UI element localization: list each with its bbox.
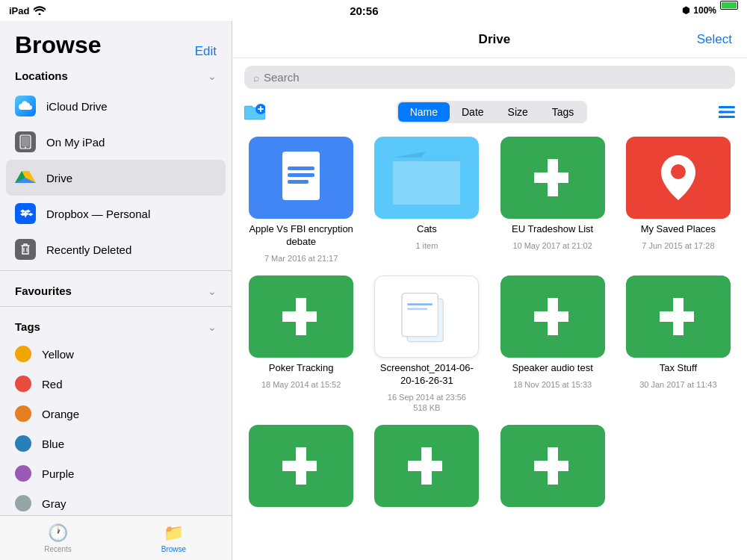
file-item-partial-3[interactable] [496, 425, 610, 511]
tag-blue[interactable]: Blue [0, 429, 232, 458]
blue-dot [15, 435, 31, 452]
drive-label: Drive [46, 172, 72, 184]
svg-point-4 [25, 147, 26, 149]
browse-label: Browse [161, 545, 186, 553]
red-pin-icon [626, 137, 731, 219]
purple-dot [15, 465, 31, 482]
status-left: iPad [9, 5, 46, 16]
green-cross-icon-1 [500, 137, 605, 219]
svg-rect-31 [408, 308, 428, 311]
files-grid: Apple Vs FBI encryption debate 7 Mar 201… [232, 131, 747, 560]
gdrive-icon [15, 167, 36, 188]
search-bar: ⌕ [232, 58, 747, 96]
file-item-eu-tradeshow[interactable]: EU Tradeshow List 10 May 2017 at 21:02 [496, 137, 610, 264]
file-item-poker[interactable]: Poker Tracking 18 May 2014 at 15:52 [244, 276, 358, 413]
sidebar-item-trash[interactable]: Recently Deleted [0, 231, 232, 267]
battery-label: 100% [693, 5, 716, 16]
search-input[interactable] [264, 71, 726, 84]
icloud-icon [15, 96, 36, 116]
toolbar-left [244, 103, 265, 121]
green-cross-icon-7 [500, 425, 605, 507]
sidebar-item-icloud[interactable]: iCloud Drive [0, 88, 232, 124]
tag-yellow[interactable]: Yellow [0, 339, 232, 369]
tags-chevron: ⌄ [208, 321, 217, 333]
new-folder-button[interactable] [244, 103, 265, 121]
file-item-saved-places[interactable]: My Saved Places 7 Jun 2015 at 17:28 [622, 137, 735, 264]
tab-recents[interactable]: 🕐 Recents [0, 517, 116, 559]
divider-1 [0, 270, 232, 271]
tag-red[interactable]: Red [0, 369, 232, 399]
file-name-poker: Poker Tracking [269, 362, 334, 375]
svg-rect-22 [288, 173, 314, 177]
gray-label: Gray [42, 497, 66, 510]
file-name-tax: Tax Stuff [660, 362, 697, 375]
file-item-cats[interactable]: Cats 1 item [370, 137, 483, 264]
icloud-label: iCloud Drive [46, 100, 108, 113]
bluetooth-icon: ⬢ [682, 5, 689, 16]
purple-label: Purple [42, 467, 74, 480]
search-input-wrap[interactable]: ⌕ [244, 66, 735, 89]
sidebar-title: Browse [15, 31, 102, 59]
sort-tabs: Name Date Size Tags [397, 101, 588, 123]
green-cross-icon-6 [374, 425, 479, 507]
sidebar-scroll: Locations ⌄ iCloud Drive [0, 59, 232, 515]
green-cross-icon-5 [249, 425, 353, 507]
file-item-apple-fbi[interactable]: Apple Vs FBI encryption debate 7 Mar 201… [244, 137, 358, 264]
sort-tab-date[interactable]: Date [450, 102, 496, 122]
tags-section-header: Tags ⌄ [0, 310, 232, 339]
file-meta-eu: 10 May 2017 at 21:02 [512, 240, 592, 251]
file-item-speaker[interactable]: Speaker audio test 18 Nov 2015 at 15:33 [496, 276, 610, 413]
svg-rect-23 [288, 180, 309, 184]
divider-2 [0, 306, 232, 307]
locations-title: Locations [15, 69, 68, 82]
file-item-partial-2[interactable] [370, 425, 483, 511]
trash-label: Recently Deleted [46, 243, 131, 256]
select-button[interactable]: Select [697, 32, 732, 47]
tag-orange[interactable]: Orange [0, 399, 232, 429]
search-icon: ⌕ [253, 72, 259, 84]
orange-dot [15, 405, 31, 422]
content-header: Drive Select [232, 21, 747, 58]
tag-gray[interactable]: Gray [0, 488, 232, 515]
red-label: Red [42, 378, 63, 391]
sort-tab-tags[interactable]: Tags [540, 102, 586, 122]
tags-title: Tags [15, 320, 40, 333]
carrier-label: iPad [9, 5, 29, 16]
list-view-button[interactable] [719, 105, 735, 119]
ipad-label: On My iPad [46, 136, 105, 149]
file-item-screenshot[interactable]: Screenshot_2014-06-20-16-26-31 16 Sep 20… [370, 276, 483, 413]
tab-bar: 🕐 Recents 📁 Browse [0, 515, 232, 560]
sidebar-item-dropbox[interactable]: ✦ Dropbox — Personal [0, 196, 232, 231]
dropbox-label: Dropbox — Personal [46, 208, 150, 220]
file-meta-poker: 18 May 2014 at 15:52 [261, 379, 341, 390]
green-cross-icon-2 [249, 276, 353, 358]
battery-icon [720, 1, 738, 20]
screenshot-icon [374, 276, 479, 358]
green-cross-icon-3 [500, 276, 605, 358]
recents-icon: 🕐 [48, 523, 68, 543]
red-dot [15, 376, 31, 392]
file-meta-speaker: 18 Nov 2015 at 15:33 [513, 379, 592, 390]
locations-section-header: Locations ⌄ [0, 59, 232, 88]
sidebar-item-drive[interactable]: Drive [6, 160, 226, 196]
file-name-eu: EU Tradeshow List [512, 223, 593, 236]
file-name-speaker: Speaker audio test [512, 362, 592, 375]
file-item-tax[interactable]: Tax Stuff 30 Jan 2017 at 11:43 [622, 276, 735, 413]
wifi-icon [34, 6, 46, 15]
svg-rect-30 [408, 303, 433, 305]
blue-label: Blue [42, 438, 64, 450]
yellow-label: Yellow [42, 348, 74, 361]
svg-rect-21 [288, 167, 314, 170]
file-meta-saved-places: 7 Jun 2015 at 17:28 [642, 240, 714, 251]
sidebar-item-ipad[interactable]: On My iPad [0, 124, 232, 160]
tag-purple[interactable]: Purple [0, 458, 232, 488]
file-item-partial-1[interactable] [244, 425, 358, 511]
edit-button[interactable]: Edit [195, 44, 217, 59]
recents-label: Recents [44, 545, 72, 553]
tab-browse[interactable]: 📁 Browse [116, 517, 232, 559]
ipad-device-icon [15, 131, 36, 152]
sort-tab-size[interactable]: Size [496, 102, 540, 122]
sort-tab-name[interactable]: Name [398, 102, 450, 122]
file-meta-apple-fbi: 7 Mar 2016 at 21:17 [264, 253, 338, 264]
file-meta-tax: 30 Jan 2017 at 11:43 [639, 379, 716, 390]
